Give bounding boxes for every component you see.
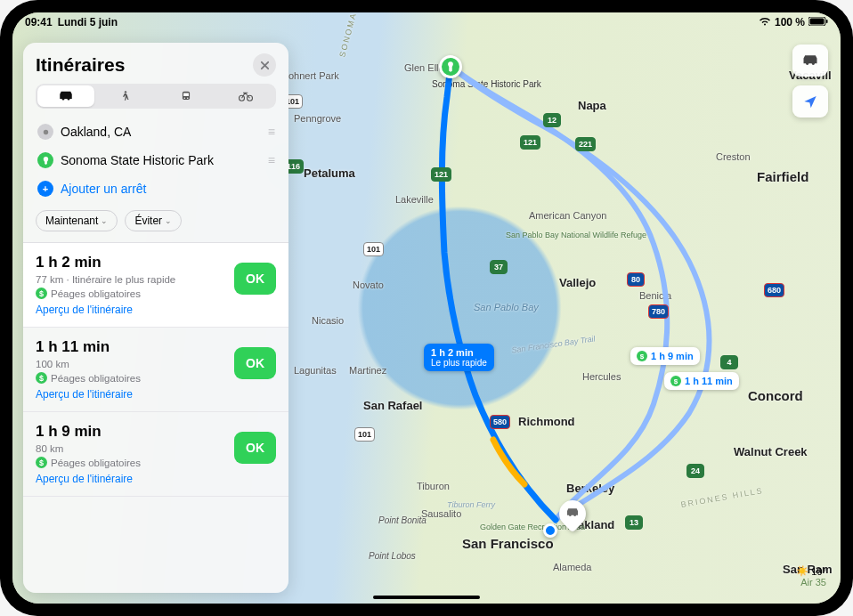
destination-label: Sonoma State Historic Park (61, 153, 261, 167)
svg-point-5 (183, 98, 185, 100)
status-date: Lundi 5 juin (58, 16, 118, 28)
toll-icon: $ (36, 372, 47, 384)
route-preview-link[interactable]: Aperçu de l'itinéraire (36, 304, 276, 316)
go-button[interactable]: OK (234, 432, 276, 464)
directions-panel: Itinéraires (23, 43, 288, 593)
destination-icon (37, 152, 53, 168)
transport-mode-tabs (36, 84, 276, 109)
svg-point-10 (43, 129, 47, 134)
weather-aqi: Air 35 (796, 577, 826, 588)
route-badge-alt2[interactable]: $ 1 h 11 min (664, 372, 739, 390)
shield-ca13: 13 (625, 515, 643, 530)
sun-icon: ☀️ (796, 565, 808, 577)
status-battery: 100 % (775, 16, 805, 28)
shield-ca4: 4 (720, 355, 738, 369)
route-badge-primary-time: 1 h 2 min (431, 347, 474, 358)
shield-i80: 80 (627, 272, 645, 287)
route-badge-alt1[interactable]: $ 1 h 9 min (630, 347, 700, 365)
status-time: 09:41 (25, 16, 53, 28)
add-stop-icon: + (37, 181, 53, 197)
toll-icon: $ (670, 376, 681, 386)
wifi-icon (759, 16, 771, 28)
go-button[interactable]: OK (234, 347, 276, 379)
toll-icon: $ (637, 351, 647, 361)
shield-i680: 680 (764, 283, 784, 297)
route-option-3[interactable]: 1 h 9 min 80 km $Péages obligatoires Ape… (23, 412, 288, 497)
reorder-handle-icon[interactable]: ≡ (268, 125, 274, 139)
close-button[interactable] (253, 53, 276, 77)
origin-icon (37, 124, 53, 140)
origin-label: Oakland, CA (61, 125, 261, 139)
add-stop-label: Ajouter un arrêt (61, 182, 274, 196)
chevron-down-icon: ⌄ (101, 216, 108, 225)
mode-tab-walk[interactable] (98, 85, 155, 107)
shield-ca121-b: 121 (520, 135, 540, 150)
route-option-1[interactable]: 1 h 2 min 77 km · Itinéraire le plus rap… (23, 243, 288, 328)
route-preview-link[interactable]: Aperçu de l'itinéraire (36, 388, 276, 401)
leave-time-button[interactable]: Maintenant ⌄ (36, 210, 118, 231)
destination-pin[interactable] (439, 55, 462, 78)
shield-i580: 580 (490, 415, 510, 429)
shield-ca24: 24 (686, 464, 704, 478)
go-button[interactable]: OK (234, 263, 276, 295)
status-bar: 09:41 Lundi 5 juin 100 % (12, 12, 841, 32)
origin-row[interactable]: Oakland, CA ≡ (36, 118, 276, 146)
add-stop-row[interactable]: + Ajouter un arrêt (36, 174, 276, 203)
routes-list: 1 h 2 min 77 km · Itinéraire le plus rap… (23, 242, 288, 593)
current-location-dot[interactable] (543, 523, 557, 538)
locate-me-button[interactable] (792, 85, 828, 118)
chevron-down-icon: ⌄ (165, 216, 172, 225)
svg-point-6 (187, 98, 189, 100)
route-badge-primary[interactable]: 1 h 2 min Le plus rapide (424, 344, 494, 371)
shield-us101-a: 101 (354, 427, 375, 442)
mode-tab-bike[interactable] (218, 85, 275, 107)
shield-us101-b: 101 (363, 242, 384, 256)
travel-mode-button[interactable] (792, 45, 828, 77)
svg-rect-1 (810, 19, 825, 25)
battery-icon (808, 16, 828, 28)
route-option-2[interactable]: 1 h 11 min 100 km $Péages obligatoires A… (23, 328, 288, 412)
destination-row[interactable]: Sonoma State Historic Park ≡ (36, 146, 276, 174)
route-preview-link[interactable]: Aperçu de l'itinéraire (36, 473, 276, 485)
shield-ca37: 37 (490, 260, 508, 274)
route-badge-primary-tag: Le plus rapide (431, 358, 487, 368)
toll-icon: $ (36, 288, 47, 299)
shield-i780: 780 (648, 304, 669, 319)
shield-ca121-a: 121 (431, 167, 451, 182)
mode-tab-car[interactable] (37, 85, 94, 107)
home-indicator[interactable] (373, 596, 480, 599)
shield-ca12: 12 (543, 113, 561, 127)
svg-rect-7 (183, 93, 189, 97)
weather-temp: 19° (811, 566, 826, 577)
reorder-handle-icon[interactable]: ≡ (268, 153, 274, 167)
shield-ca221: 221 (575, 137, 596, 151)
svg-point-3 (125, 91, 126, 93)
mode-tab-transit[interactable] (158, 85, 215, 107)
avoid-button[interactable]: Éviter ⌄ (125, 210, 182, 231)
panel-title: Itinéraires (36, 54, 125, 76)
svg-rect-2 (826, 20, 828, 23)
weather-widget[interactable]: ☀️ 19° Air 35 (796, 565, 826, 588)
toll-icon: $ (36, 457, 47, 468)
